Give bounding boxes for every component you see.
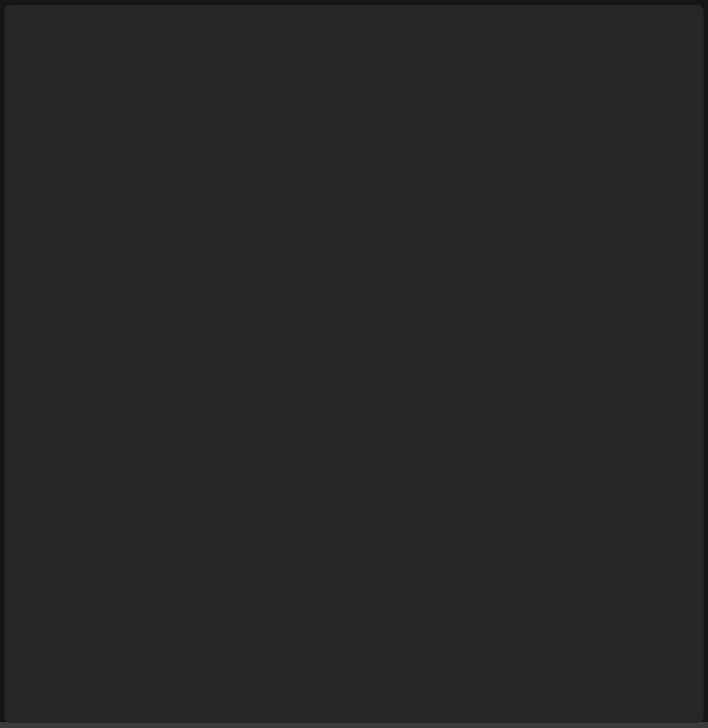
- page-background-strip: [0, 722, 708, 728]
- form-card: [4, 5, 704, 723]
- user-edit-form-page: Identification Full Name * testarr ? Use…: [0, 0, 708, 728]
